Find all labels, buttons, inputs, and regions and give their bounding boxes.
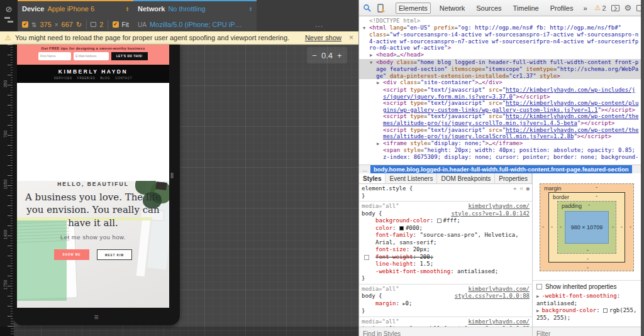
waterfall-icon[interactable] <box>4 17 13 23</box>
toggle-state-icon[interactable]: ⌗ <box>520 185 523 193</box>
find-styles-input[interactable] <box>359 330 532 336</box>
element-style-selector[interactable]: element.style { <box>362 185 530 193</box>
border-top-value[interactable]: - <box>596 193 597 199</box>
site-brand[interactable]: KIMBERLY HAYDN <box>17 65 169 75</box>
network-select[interactable]: No throttling <box>168 5 205 13</box>
color-swatch[interactable] <box>399 226 404 230</box>
home-button-icon[interactable]: ≡ <box>13 313 180 322</box>
network-dropdown-icon[interactable]: ▲▼ <box>249 6 252 11</box>
block-icon[interactable]: ⊘ <box>6 5 13 13</box>
elements-tree-line[interactable]: <!DOCTYPE html> <box>359 18 641 24</box>
zoom-in-button[interactable]: + <box>337 51 342 60</box>
elements-tree-line[interactable]: ▶<div class="site-container">…</div> <box>359 79 641 87</box>
margin-bottom-value[interactable]: - <box>587 264 589 271</box>
css-property[interactable]: background-color: #fff; <box>362 217 530 225</box>
stylesheet-link[interactable]: style.css?ver=1.0.0:142 <box>451 210 530 218</box>
ua-value[interactable]: Mozilla/5.0 (iPhone; CPU iPhone O... <box>150 21 244 28</box>
inspect-magnifier-icon[interactable] <box>363 4 372 13</box>
breadcrumb-selected[interactable]: body.home.blog.logged-in.header-full-wid… <box>370 165 632 173</box>
dimensions-checkbox[interactable]: ✓ <box>22 21 28 28</box>
css-property[interactable]: font-weight: 200; <box>362 254 530 261</box>
tabs-overflow[interactable]: » <box>580 3 589 13</box>
fit-checkbox[interactable]: ✓ <box>113 21 119 28</box>
padding-left-value[interactable]: - <box>560 224 562 230</box>
elements-tree-line[interactable]: <script type="text/javascript" src="http… <box>359 127 641 140</box>
stylesheet-link[interactable]: style.css?ver=1.0.0:88 <box>455 293 530 300</box>
box-model-content[interactable]: 980 × 10709 <box>565 211 609 244</box>
css-property[interactable]: color: #000; <box>362 225 530 232</box>
padding-right-value[interactable]: - <box>612 224 614 230</box>
refresh-icon[interactable]: ↻ <box>76 21 82 29</box>
expand-arrow-icon[interactable]: ▶ <box>370 52 376 59</box>
breadcrumb-ellipsis[interactable]: ... <box>359 166 370 173</box>
property-enable-checkbox[interactable] <box>364 255 369 260</box>
viewport-resize-grip[interactable]: ||| <box>170 172 173 178</box>
color-swatch[interactable] <box>437 219 441 223</box>
computed-property[interactable]: ▶ -webkit-font-smoothing: antialiased; <box>536 293 637 307</box>
computed-property[interactable]: ▶ background-color: rgb(255, 255, 255); <box>536 307 637 322</box>
viewport-width[interactable]: 375 <box>40 21 51 28</box>
border-left-value[interactable]: - <box>551 224 553 230</box>
computed-filter-input[interactable] <box>533 330 641 336</box>
border-bottom-value[interactable]: - <box>587 256 589 262</box>
email-input[interactable]: E-Mail Address <box>74 52 109 60</box>
padding-bottom-value[interactable]: - <box>587 247 589 253</box>
margin-left-value[interactable]: - <box>542 224 544 230</box>
new-rule-icon[interactable]: + <box>513 185 516 193</box>
tab-sources[interactable]: Sources <box>474 3 504 13</box>
styles-tab-properties[interactable]: Properties <box>495 173 532 183</box>
device-dropdown-icon[interactable]: ▲▼ <box>126 6 129 11</box>
elements-tree-line[interactable]: <script type="text/javascript" src="http… <box>359 87 641 100</box>
never-show-link[interactable]: Never show <box>305 34 341 41</box>
rule-selector[interactable]: body { <box>362 210 382 218</box>
styles-tab-dom-breakpoints[interactable]: DOM Breakpoints <box>437 173 495 183</box>
margin-top-value[interactable]: - <box>596 184 597 190</box>
elements-tree-line[interactable]: ▶<iframe style="display: none;">…</ifram… <box>359 140 641 148</box>
site-nav-item[interactable]: BLOG <box>101 77 111 80</box>
show-me-button[interactable]: SHOW ME <box>54 249 89 260</box>
elements-tree-line[interactable]: ▼<html lang="en-US" prefix="og: http://o… <box>359 24 641 51</box>
meet-kim-button[interactable]: MEET KIM <box>97 249 132 260</box>
elements-tree-line[interactable]: ▼<body class="home blog logged-in header… <box>359 59 641 80</box>
styles-tab-event-listeners[interactable]: Event Listeners <box>386 173 437 183</box>
gear-icon[interactable]: ⚙ <box>625 3 632 13</box>
lets-do-this-button[interactable]: LET'S DO THIS! <box>111 52 148 60</box>
color-swatch[interactable] <box>603 308 608 313</box>
expand-arrow-icon[interactable]: ▼ <box>370 60 376 67</box>
site-nav-item[interactable]: FREEBIES <box>77 77 96 80</box>
stylesheet-link[interactable]: kimberlyhaydn.com/ <box>468 203 530 210</box>
border-right-value[interactable]: - <box>621 224 623 230</box>
elements-tree-line[interactable]: <span style="height: 20px; width: 40px; … <box>359 147 641 160</box>
device-pixel-ratio[interactable]: 2 <box>99 21 103 28</box>
elements-tree-line[interactable]: ▶<head>…</head> <box>359 51 641 59</box>
first-name-input[interactable]: First Name <box>38 52 71 60</box>
css-property[interactable]: line-height: 1.5; <box>362 261 530 268</box>
css-property[interactable]: margin: ▶0; <box>362 300 530 308</box>
tab-elements[interactable]: Elements <box>396 3 431 14</box>
show-inherited-checkbox[interactable] <box>536 284 542 290</box>
animations-icon[interactable]: ◉ <box>526 185 530 193</box>
expand-arrow-icon[interactable]: ▶ <box>377 80 383 87</box>
rule-selector[interactable]: body { <box>362 293 382 300</box>
elements-tree-line[interactable]: <script type="text/javascript" src="http… <box>359 113 641 126</box>
styles-tab-styles[interactable]: Styles <box>359 173 386 183</box>
expand-arrow-icon[interactable]: ▶ <box>377 141 383 148</box>
warning-close-icon[interactable]: × <box>349 33 353 42</box>
viewport-height[interactable]: 667 <box>62 21 73 28</box>
css-property[interactable]: font-size: 20px; <box>362 246 530 254</box>
css-property[interactable]: font-family: "source-sans-pro", Helvetic… <box>362 232 530 246</box>
tab-timeline[interactable]: Timeline <box>511 3 541 13</box>
css-property[interactable]: -webkit-font-smoothing: antialiased; <box>362 268 530 276</box>
stylesheet-link[interactable]: kimberlyhaydn.com/ <box>468 286 530 293</box>
margin-right-value[interactable]: - <box>630 224 631 230</box>
stylesheet-link[interactable]: kimberlyhaydn.com/ <box>468 318 530 326</box>
swap-dimensions-icon[interactable]: ⇅ <box>31 21 36 28</box>
tab-network[interactable]: Network <box>437 3 467 13</box>
device-emulation-icon[interactable] <box>377 4 386 13</box>
zoom-out-button[interactable]: − <box>312 51 317 60</box>
console-drawer-icon[interactable] <box>611 5 619 11</box>
site-nav-item[interactable]: CONTACT <box>115 77 132 80</box>
expand-arrow-icon[interactable]: ▼ <box>363 25 369 32</box>
tab-profiles[interactable]: Profiles <box>548 3 576 13</box>
padding-top-value[interactable]: - <box>588 202 590 208</box>
